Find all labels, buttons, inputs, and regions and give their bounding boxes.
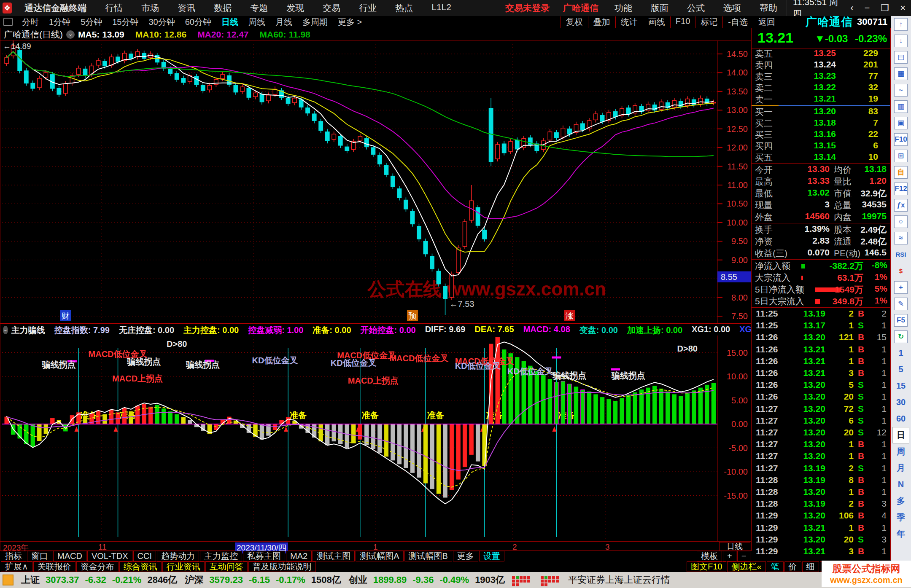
f12-icon[interactable]: F12 (892, 180, 909, 197)
tab-指标[interactable]: 指标 (1, 551, 26, 561)
tab-VOL-TDX[interactable]: VOL-TDX (87, 551, 132, 561)
buy-row[interactable]: 买四13.156 (752, 140, 890, 152)
period-多周期[interactable]: 多周期 (297, 16, 333, 28)
menu-帮助[interactable]: 帮助 (750, 2, 787, 14)
tab-CCI[interactable]: CCI (133, 551, 156, 561)
wave-icon[interactable]: ≈ (892, 230, 909, 246)
relation-tree-icon[interactable]: ⊞ (892, 148, 909, 164)
period-更多 >[interactable]: 更多 > (333, 16, 367, 28)
strip-period-季[interactable]: 季 (892, 509, 909, 526)
strip-period-30[interactable]: 30 (892, 394, 909, 411)
menu-数据[interactable]: 数据 (205, 2, 241, 14)
toolbar-复权[interactable]: 复权 (561, 16, 588, 28)
window-button-1[interactable]: − (859, 3, 876, 13)
sell-row[interactable]: 卖二13.2232 (752, 82, 890, 94)
order-report-icon[interactable]: ▤ (892, 49, 909, 65)
tab-设置[interactable]: 设置 (479, 551, 504, 561)
strip-period-多[interactable]: 多 (892, 493, 909, 509)
draw-icon[interactable]: ✎ (892, 295, 909, 312)
buy-row[interactable]: 买五13.1410 (752, 152, 890, 163)
period-月线[interactable]: 月线 (270, 16, 297, 28)
toolbar-F10[interactable]: F10 (670, 16, 695, 28)
btn-模板[interactable]: 模板 (697, 551, 722, 561)
strip-period-1[interactable]: 1 (892, 345, 909, 361)
indicator-chart[interactable]: 15.0010.005.00-5.00-10.00-15.000.00准备准备准… (0, 336, 751, 541)
tab-窗口[interactable]: 窗口 (27, 551, 52, 561)
zixuan-icon[interactable]: 自 (892, 164, 909, 180)
period-30分钟[interactable]: 30分钟 (144, 16, 180, 28)
tab-测试主图[interactable]: 测试主图 (313, 551, 355, 561)
strip-period-年[interactable]: 年 (892, 526, 909, 542)
menu-选项[interactable]: 选项 (714, 2, 750, 14)
formula-icon[interactable]: ƒx (892, 197, 909, 213)
tab-主力监控[interactable]: 主力监控 (200, 551, 242, 561)
menu-资讯[interactable]: 资讯 (168, 2, 205, 14)
window-button-3[interactable]: × (895, 3, 911, 13)
window-button-2[interactable]: ❐ (875, 3, 895, 13)
buy-row[interactable]: 买三13.1622 (752, 129, 890, 140)
strip-period-日[interactable]: 日 (892, 427, 909, 443)
tab-测试幅图A[interactable]: 测试幅图A (356, 551, 403, 561)
strip-period-N[interactable]: N (892, 476, 909, 493)
buy-row[interactable]: 买二13.187 (752, 118, 890, 129)
period-5分钟[interactable]: 5分钟 (75, 16, 107, 28)
indicator-chevron-icon[interactable]: ⌄ (3, 326, 8, 334)
period-日线[interactable]: 日线 (216, 16, 243, 28)
main-candle-chart[interactable]: 14.5014.0013.5013.0012.5012.0011.5011.00… (0, 40, 751, 323)
toolbar-统计[interactable]: 统计 (615, 16, 643, 28)
buy-row[interactable]: 买一13.2083 (752, 106, 890, 118)
tab-扩展∧[interactable]: 扩展∧ (1, 561, 32, 572)
menu-发现[interactable]: 发现 (277, 2, 313, 14)
menu-行业[interactable]: 行业 (350, 2, 386, 14)
kline-chart-icon[interactable]: ▥ (892, 98, 909, 115)
info-pages-icon[interactable]: ▣ (892, 115, 909, 131)
alert-广哈通信[interactable]: 广哈通信 (556, 2, 605, 14)
btn-+[interactable]: + (723, 551, 736, 561)
period-15分钟[interactable]: 15分钟 (107, 16, 143, 28)
money-icon[interactable]: $ (892, 263, 909, 279)
sell-row[interactable]: 卖五13.25229 (752, 48, 890, 59)
menu-专题[interactable]: 专题 (241, 2, 277, 14)
tab-私募主图[interactable]: 私募主图 (243, 551, 285, 561)
tab-行业资讯[interactable]: 行业资讯 (162, 561, 205, 572)
menu-版面[interactable]: 版面 (641, 2, 678, 14)
menu-L1L2[interactable]: L1L2 (422, 2, 461, 14)
menu-功能[interactable]: 功能 (605, 2, 641, 14)
alert-交易未登录[interactable]: 交易未登录 (499, 2, 556, 14)
btn-侧边栏«[interactable]: 侧边栏« (727, 561, 765, 572)
tab-趋势动力[interactable]: 趋势动力 (157, 551, 199, 561)
toolbar-返回[interactable]: 返回 (753, 16, 780, 28)
index-创业[interactable]: 创业1899.89-9.36-0.49%1903亿 (341, 574, 505, 586)
period-label[interactable]: 日线 (719, 542, 750, 551)
strip-period-5[interactable]: 5 (892, 361, 909, 378)
index-沪深[interactable]: 沪深3579.23-6.15-0.17%1508亿 (177, 574, 341, 586)
period-1分钟[interactable]: 1分钟 (44, 16, 75, 28)
tab-普及版功能说明[interactable]: 普及版功能说明 (248, 561, 316, 572)
tab-MACD[interactable]: MACD (53, 551, 86, 561)
btn-图文F10[interactable]: 图文F10 (687, 561, 726, 572)
f5-icon[interactable]: F5 (892, 312, 909, 328)
quote-grid-icon[interactable]: ▦ (892, 65, 909, 82)
scroll-down-icon[interactable]: ↓ (892, 32, 909, 49)
toolbar--自选[interactable]: -自选 (722, 16, 753, 28)
menu-行情[interactable]: 行情 (96, 2, 132, 14)
tab-关联报价[interactable]: 关联报价 (33, 561, 75, 572)
toolbar-标记[interactable]: 标记 (695, 16, 722, 28)
tab-更多[interactable]: 更多 (453, 551, 478, 561)
strip-period-60[interactable]: 60 (892, 411, 909, 427)
menu-交易[interactable]: 交易 (313, 2, 350, 14)
sell-row[interactable]: 卖四13.24201 (752, 59, 890, 71)
tab-测试幅图B[interactable]: 测试幅图B (404, 551, 452, 561)
rsi-icon[interactable]: RSI (892, 246, 909, 263)
btn-价[interactable]: 价 (784, 561, 801, 572)
sell-row[interactable]: 卖一13.2119 (752, 94, 890, 105)
refresh-icon[interactable]: ↻ (892, 328, 909, 345)
tab-综合资讯[interactable]: 综合资讯 (119, 561, 162, 572)
toolbar-叠加[interactable]: 叠加 (588, 16, 615, 28)
tab-MA2[interactable]: MA2 (286, 551, 312, 561)
index-上证[interactable]: 上证3073.37-6.32-0.21%2846亿 (13, 574, 177, 586)
sell-row[interactable]: 卖三13.2377 (752, 71, 890, 82)
btn-−[interactable]: − (737, 551, 751, 561)
period-60分钟[interactable]: 60分钟 (180, 16, 216, 28)
menu-公式[interactable]: 公式 (678, 2, 714, 14)
